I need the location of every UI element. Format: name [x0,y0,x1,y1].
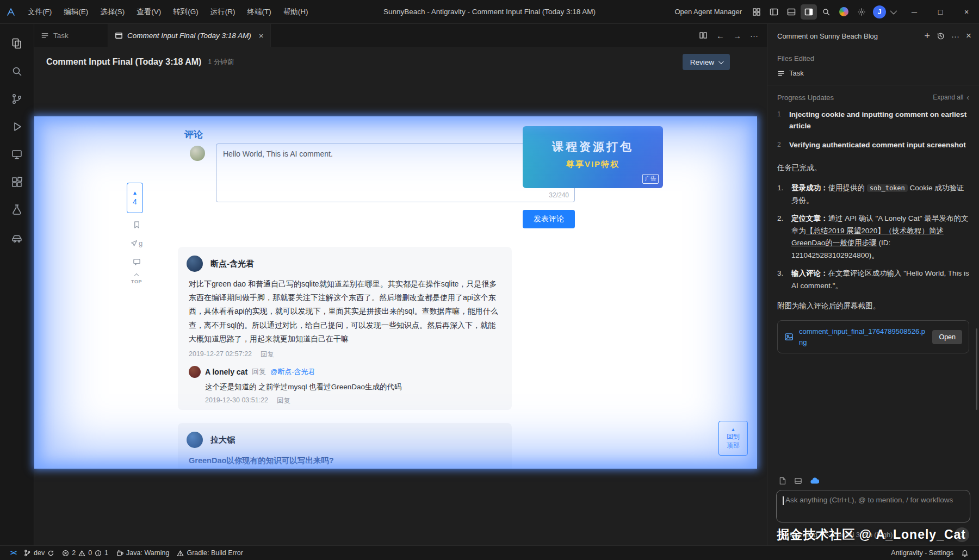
gradle-status[interactable]: Gradle: Build Error [173,549,247,557]
menu-run[interactable]: 运行(R) [205,0,241,24]
document-title: Comment Input Final (Today 3:18 AM) [46,57,201,67]
account-avatar[interactable]: J [873,5,886,18]
close-panel-icon[interactable]: × [966,30,971,41]
run-debug-icon[interactable] [4,113,30,140]
page-icon[interactable] [778,477,786,485]
top-label: TOP [131,279,142,284]
comments-section-title: 评论 [184,128,203,141]
split-editor-icon[interactable] [699,31,708,40]
close-button[interactable]: × [954,0,979,24]
more-actions-icon[interactable]: ··· [750,31,758,40]
back-to-top-label: 回到 [727,433,740,441]
menu-go[interactable]: 转到(G) [167,0,205,24]
menu-selection[interactable]: 选择(S) [94,0,131,24]
layout-sidebar-left-icon[interactable] [766,4,782,20]
agent-panel: Comment on Sunny Beach Blog + ··· × File… [767,24,979,545]
post-comment-button[interactable]: 发表评论 [523,210,575,228]
testing-flask-icon[interactable] [4,196,30,223]
top-button[interactable]: TOP [130,274,143,284]
search-icon[interactable] [4,57,30,85]
reply-author[interactable]: A lonely cat [205,368,247,376]
search-icon[interactable] [818,4,834,20]
minimize-button[interactable]: ─ [902,0,927,24]
menu-view[interactable]: 查看(V) [131,0,167,24]
navigate-back-icon[interactable]: ← [716,31,724,40]
new-conversation-icon[interactable]: + [925,30,931,42]
source-control-icon[interactable] [4,85,30,113]
expand-all-button[interactable]: Expand all‹ [933,93,969,102]
article-link[interactable]: 【总结2019 展望2020】（技术教程）简述GreenDao的一般使用步骤 [791,227,944,247]
upvote-widget[interactable]: ▲ 4 [127,183,143,213]
status-bar: >< dev 2 0 1 Java: Warning Gradle: Build… [0,545,979,560]
document-timestamp: 1 分钟前 [208,58,234,67]
layout-panel-icon[interactable] [783,4,800,20]
menu-terminal[interactable]: 终端(T) [241,0,277,24]
commenter-avatar[interactable] [187,256,203,272]
car-icon[interactable] [4,223,30,251]
comment-input-box[interactable]: Hello World, This is AI comment. 32/240 [216,144,575,202]
java-status[interactable]: Java: Warning [112,549,173,557]
ad-banner[interactable]: 课程资源打包 尊享VIP特权 广告 [523,126,663,188]
layout-sidebar-right-icon[interactable] [801,4,817,20]
remote-explorer-icon[interactable] [4,140,30,168]
extensions-icon[interactable] [4,168,30,196]
error-count: 2 [72,549,76,557]
tab-comment-input-final[interactable]: Comment Input Final (Today 3:18 AM) × [108,24,271,47]
reply-avatar[interactable] [189,366,201,378]
customize-layout-icon[interactable] [748,4,765,20]
comment-bubble-icon[interactable] [130,258,143,266]
remote-indicator-icon[interactable]: >< [7,549,20,557]
chat-input[interactable] [783,496,963,504]
history-icon[interactable] [937,32,945,40]
open-attachment-button[interactable]: Open [932,330,962,344]
mention-link[interactable]: @断点-含光君 [270,367,315,377]
more-actions-icon[interactable]: ··· [951,32,959,41]
comment-time: 2019-12-27 02:57:22 [189,350,252,359]
reply-button[interactable]: 回复 [261,350,274,359]
back-to-top-button[interactable]: ▲ 回到 顶部 [718,421,748,456]
panel-scrollbar[interactable] [976,328,977,410]
review-button[interactable]: Review [683,54,730,70]
menu-bar: 文件(F) 编辑(E) 选择(S) 查看(V) 转到(G) 运行(R) 终端(T… [22,0,314,23]
chevron-down-icon[interactable] [890,8,897,15]
open-agent-manager-button[interactable]: Open Agent Manager [669,8,747,16]
antigravity-settings-button[interactable]: Antigravity - Settings [887,549,957,557]
chat-composer[interactable] [776,490,970,522]
titlebar: 文件(F) 编辑(E) 选择(S) 查看(V) 转到(G) 运行(R) 终端(T… [0,0,979,24]
progress-item[interactable]: 2 Verifying authenticated comment input … [777,140,969,151]
commenter-name[interactable]: 断点-含光君 [189,256,501,272]
divider [767,85,979,85]
menu-file[interactable]: 文件(F) [22,0,58,24]
sync-icon [47,550,54,557]
close-tab-icon[interactable]: × [259,31,264,40]
maximize-button[interactable]: □ [928,0,953,24]
gemini-icon[interactable] [839,7,848,16]
task-file-item[interactable]: Task [777,69,969,77]
bookmark-icon[interactable] [130,221,143,229]
task-file-label: Task [789,69,804,77]
progress-updates-label: Progress Updates [777,94,834,102]
share-icon[interactable]: g [130,239,143,247]
panel-icon[interactable] [794,477,802,485]
menu-help[interactable]: 帮助(H) [277,0,314,24]
gemini-cloud-icon[interactable] [810,476,819,486]
commenter-name[interactable]: 拉大锯 [189,432,501,448]
problems-indicator[interactable]: 2 0 1 [58,549,112,557]
tab-label: Task [53,32,69,40]
navigate-forward-icon[interactable]: → [733,31,741,40]
git-branch-indicator[interactable]: dev [20,549,58,557]
branch-name: dev [34,549,45,557]
settings-gear-icon[interactable] [853,4,870,20]
document-body: 评论 Hello World, This is AI comment. 32/2… [34,77,767,545]
editor-region: Task Comment Input Final (Today 3:18 AM)… [34,24,767,545]
upvote-arrow-icon[interactable]: ▲ [132,190,138,196]
attachment-card[interactable]: comment_input_final_1764789508526.png Op… [777,320,969,353]
notifications-bell-icon[interactable] [957,549,972,557]
menu-edit[interactable]: 编辑(E) [58,0,94,24]
explorer-icon[interactable] [4,29,30,57]
progress-item[interactable]: 1 Injecting cookie and inputting comment… [777,109,969,132]
reply-time: 2019-12-30 03:51:22 [205,396,268,406]
tab-task[interactable]: Task [34,24,108,47]
reply-button[interactable]: 回复 [277,396,290,406]
commenter-avatar[interactable] [187,432,203,448]
